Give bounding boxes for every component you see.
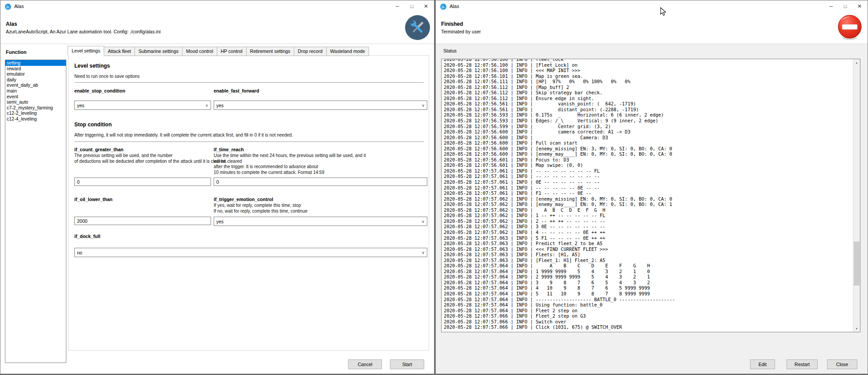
function-list-item[interactable]: event_daily_ab — [5, 82, 66, 88]
log-line: 2020-05-28 12:07:57.063 | INFO | <<< FIN… — [444, 246, 853, 252]
settings-tab[interactable]: Mood control — [182, 47, 217, 56]
settings-tab[interactable]: Submarine settings — [134, 47, 183, 56]
log-line: 2020-05-28 12:07:57.064 | INFO | Fleet 2… — [444, 308, 853, 314]
section-divider — [74, 82, 424, 83]
field-desc-if-count-greater-than: The previous setting will be used, and t… — [74, 153, 228, 164]
chevron-down-icon: ∨ — [419, 219, 427, 224]
window-title: Alas — [14, 4, 24, 9]
stop-sign-icon — [837, 15, 863, 40]
log-line: 2020-05-28 12:07:56.101 | INFO | Map is … — [444, 73, 853, 79]
section-title-stop-condition: Stop condition — [74, 121, 112, 128]
tools-icon — [405, 15, 430, 40]
scroll-down-icon[interactable]: ▼ — [853, 325, 860, 332]
log-line: 2020-05-28 12:07:57.061 | INFO | -- -- -… — [444, 168, 853, 174]
log-line: 2020-05-28 12:07:57.062 | INFO | 3 0E --… — [444, 224, 853, 230]
chevron-down-icon: ∨ — [419, 250, 427, 255]
log-line: 2020-05-28 12:07:57.061 | INFO | -- -- -… — [444, 173, 853, 179]
log-line: 2020-05-28 12:07:57.062 | INFO | 2 -- ++… — [444, 218, 853, 224]
function-list-item[interactable]: reward — [5, 66, 66, 72]
log-line: 2020-05-28 12:07:56.100 | INFO | <<< MAP… — [444, 68, 853, 73]
function-list-item[interactable]: main — [5, 88, 66, 94]
page-subtitle: AzurLaneAutoScript, An Azur Lane automat… — [6, 29, 161, 34]
log-line: 2020-05-28 12:07:57.062 | INFO | [enemy_… — [444, 202, 853, 207]
screen: Alas ─ □ ✕ Alas AzurLaneAutoScript, An A… — [0, 0, 868, 375]
minimize-icon[interactable]: ─ — [390, 1, 405, 12]
function-list-item[interactable]: daily — [5, 77, 66, 83]
close-icon[interactable]: ✕ — [852, 1, 867, 12]
function-list-item[interactable]: event — [5, 94, 66, 100]
settings-tab[interactable]: Attack fleet — [104, 47, 135, 56]
settings-tab[interactable]: Drop record — [294, 47, 326, 56]
restart-button[interactable]: Restart — [787, 359, 818, 369]
log-line: 2020-05-28 12:07:57.066 | INFO | Click (… — [444, 324, 853, 330]
run-status-title: Finished — [441, 21, 463, 27]
chevron-down-icon: ∨ — [419, 103, 427, 108]
log-line: 2020-05-28 12:07:56.111 | INFO | [HP] 97… — [444, 79, 853, 85]
log-scrollbar[interactable]: ▲ ▼ — [853, 59, 860, 332]
alas-app-icon — [4, 3, 12, 10]
log-line: 2020-05-28 12:07:56.593 | INFO | Edges: … — [444, 118, 853, 124]
log-line: 2020-05-28 12:07:57.064 | INFO | 3 9 8 7… — [444, 280, 853, 286]
field-label-if-time-reach: if_time_reach — [214, 147, 244, 152]
log-line: 2020-05-28 12:07:57.064 | INFO | 5 11 10… — [444, 291, 853, 297]
select-enable-fast-forward[interactable]: yes ∨ — [214, 101, 427, 110]
run-status-subtitle: Terminated by user — [441, 29, 481, 34]
function-list-item[interactable]: c12-4_leveling — [5, 116, 66, 122]
log-line: 2020-05-28 12:07:57.063 | INFO | [Fleet_… — [444, 258, 853, 263]
window-title: Alas — [450, 4, 459, 9]
mouse-cursor — [660, 7, 666, 16]
log-output: 2020-05-28 12:07:56.100 | INFO | fleet_l… — [441, 59, 860, 332]
log-line: 2020-05-28 12:07:57.064 | INFO | 2 9999 … — [444, 274, 853, 280]
scrollbar-thumb[interactable] — [854, 242, 860, 286]
input-if-time-reach[interactable] — [214, 177, 427, 186]
field-label-enable-stop-condition: enable_stop_condition — [74, 88, 125, 93]
alas-app-icon — [440, 3, 447, 10]
select-enable-stop-condition[interactable]: yes ∨ — [74, 101, 211, 110]
input-if-count-greater-than[interactable] — [74, 177, 211, 186]
log-line: 2020-05-28 12:07:56.600 | INFO | [enemy_… — [444, 146, 853, 152]
function-list-item[interactable]: c12-2_leveling — [5, 110, 66, 116]
input-if-oil-lower-than[interactable] — [74, 217, 211, 225]
alas-log-window: Alas ─ □ ✕ Finished Terminated by user — [435, 0, 868, 374]
minimize-icon[interactable]: ─ — [824, 1, 838, 12]
left-titlebar: Alas ─ □ ✕ — [0, 0, 434, 13]
right-titlebar: Alas ─ □ ✕ — [436, 0, 868, 13]
select-if-trigger-emotion-control[interactable]: yes ∨ — [214, 217, 427, 226]
scroll-up-icon[interactable]: ▲ — [853, 59, 860, 66]
close-icon[interactable]: ✕ — [419, 1, 433, 12]
log-line: 2020-05-28 12:07:56.599 | INFO | Center … — [444, 124, 853, 129]
maximize-icon[interactable]: □ — [405, 1, 419, 12]
field-desc-if-trigger-emotion-control: If yes, wait for reply, complete this ti… — [214, 203, 427, 214]
close-button[interactable]: Close — [827, 359, 857, 369]
section-title-level-settings: Level settings — [74, 63, 110, 69]
field-label-if-count-greater-than: if_count_greater_than — [74, 147, 123, 152]
log-line: 2020-05-28 12:07:56.112 | INFO | Skip st… — [444, 90, 853, 96]
settings-tab[interactable]: Retirement settings — [246, 47, 294, 56]
settings-tab[interactable]: Wasteland mode — [326, 47, 369, 56]
function-list-item[interactable]: semi_auto — [5, 99, 66, 105]
log-line: 2020-05-28 12:07:56.561 | INFO | vanish_… — [444, 101, 853, 107]
function-list-item[interactable]: c7-2_mystery_farming — [5, 105, 66, 111]
status-label: Status — [443, 48, 457, 53]
page-title: Alas — [6, 21, 17, 27]
field-label-if-dock-full: if_dock_full — [74, 234, 100, 239]
chevron-down-icon: ∨ — [203, 103, 211, 108]
log-line: 2020-05-28 12:07:57.062 | INFO | A B C D… — [444, 207, 853, 213]
maximize-icon[interactable]: □ — [838, 1, 852, 12]
log-line: 2020-05-28 12:07:56.100 | INFO | [Fleet_… — [444, 62, 853, 68]
function-list-item[interactable]: setting — [5, 60, 66, 66]
function-list-item[interactable]: emulator — [5, 71, 66, 77]
settings-tab[interactable]: HP control — [217, 47, 247, 56]
log-line: 2020-05-28 12:07:56.593 | INFO | 0.175s … — [444, 112, 853, 118]
log-line: 2020-05-28 12:07:57.062 | INFO | [enemy_… — [444, 196, 853, 202]
log-line: 2020-05-28 12:07:57.066 | INFO | Fleet_2… — [444, 313, 853, 319]
edit-button[interactable]: Edit — [750, 359, 775, 369]
settings-tab[interactable]: Level settings — [68, 46, 104, 56]
section-desc-stop-condition: After triggering, it will not stop immed… — [74, 133, 424, 138]
log-line: 2020-05-28 12:07:57.062 | INFO | 4 -- --… — [444, 230, 853, 235]
log-line: 2020-05-28 12:07:56.600 | INFO | camera … — [444, 129, 853, 135]
cancel-button[interactable]: Cancel — [348, 359, 382, 369]
select-if-dock-full[interactable]: no ∨ — [74, 248, 427, 257]
log-line: 2020-05-28 12:07:57.061 | INFO | -- -- -… — [444, 185, 853, 191]
start-button[interactable]: Start — [390, 359, 424, 369]
